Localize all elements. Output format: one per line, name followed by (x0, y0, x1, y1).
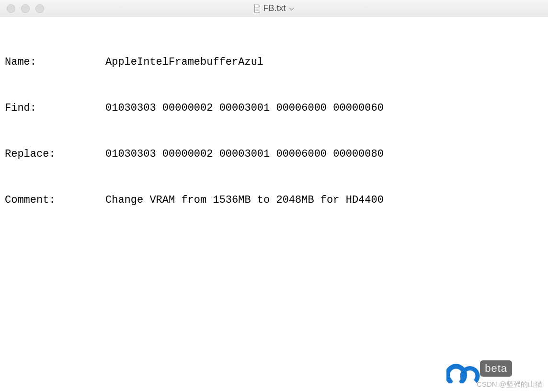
chevron-down-icon (289, 5, 295, 12)
value-find: 01030303 00000002 00003001 00006000 0000… (105, 101, 543, 116)
watermark-csdn: CSDN @坚强的山猫 (477, 380, 542, 389)
value-replace: 01030303 00000002 00003001 00006000 0000… (105, 147, 543, 162)
window-title[interactable]: FB.txt (253, 3, 294, 13)
traffic-lights (0, 4, 44, 13)
row-replace: Replace: 01030303 00000002 00003001 0000… (5, 147, 543, 162)
document-icon (253, 4, 260, 13)
label-name: Name: (5, 55, 105, 70)
label-find: Find: (5, 101, 105, 116)
beta-badge: beta (480, 360, 512, 377)
close-button[interactable] (7, 4, 15, 13)
pc-logo-icon (446, 359, 480, 383)
zoom-button[interactable] (35, 4, 44, 13)
label-comment: Comment: (5, 193, 105, 208)
row-name: Name: AppleIntelFramebufferAzul (5, 55, 543, 70)
titlebar: FB.txt (0, 0, 548, 17)
minimize-button[interactable] (21, 4, 30, 13)
label-replace: Replace: (5, 147, 105, 162)
row-comment: Comment: Change VRAM from 1536MB to 2048… (5, 193, 543, 208)
value-comment: Change VRAM from 1536MB to 2048MB for HD… (105, 193, 543, 208)
row-find: Find: 01030303 00000002 00003001 0000600… (5, 101, 543, 116)
text-content[interactable]: Name: AppleIntelFramebufferAzul Find: 01… (0, 17, 548, 230)
value-name: AppleIntelFramebufferAzul (105, 55, 543, 70)
window-title-text: FB.txt (263, 3, 285, 13)
